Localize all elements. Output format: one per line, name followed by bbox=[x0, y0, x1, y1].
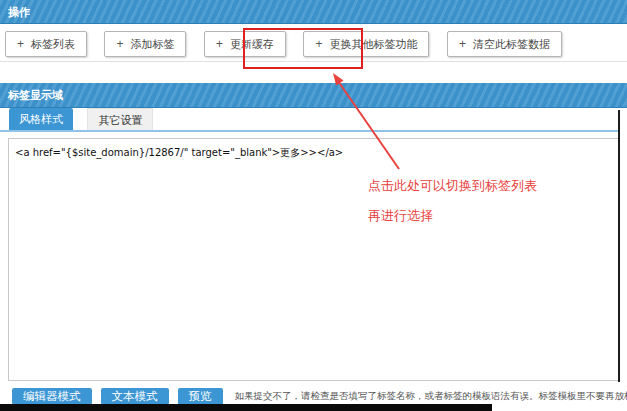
tag-list-button[interactable]: + 标签列表 bbox=[5, 31, 87, 57]
bottom-edge-artifact bbox=[0, 404, 492, 411]
operations-panel-header: 操作 bbox=[0, 0, 627, 24]
plus-icon: + bbox=[116, 38, 123, 50]
annotation-text-line1: 点击此处可以切换到标签列表 bbox=[368, 177, 537, 195]
tab-bar: 风格样式 其它设置 bbox=[0, 108, 620, 132]
preview-button[interactable]: 预览 bbox=[178, 388, 223, 405]
annotation-text-line2: 再进行选择 bbox=[368, 207, 433, 225]
tag-list-button-label: 标签列表 bbox=[31, 37, 75, 52]
page: 操作 + 标签列表 + 添加标签 + 更新缓存 + 更换其他标签功能 + 清空此… bbox=[0, 0, 627, 411]
text-mode-button[interactable]: 文本模式 bbox=[101, 388, 169, 405]
clear-tag-data-button[interactable]: + 清空此标签数据 bbox=[447, 31, 562, 57]
operations-panel-title: 操作 bbox=[8, 6, 30, 18]
add-tag-button-label: 添加标签 bbox=[130, 37, 174, 52]
clear-tag-data-button-label: 清空此标签数据 bbox=[473, 37, 550, 52]
plus-icon: + bbox=[216, 38, 223, 50]
tab-other-settings[interactable]: 其它设置 bbox=[87, 108, 153, 130]
highlight-box bbox=[243, 28, 363, 69]
plus-icon: + bbox=[17, 38, 24, 50]
tab-style[interactable]: 风格样式 bbox=[9, 108, 73, 130]
tag-template-editor[interactable]: <a href="{$site_domain}/12867/" target="… bbox=[8, 138, 619, 381]
plus-icon: + bbox=[459, 38, 466, 50]
add-tag-button[interactable]: + 添加标签 bbox=[104, 31, 186, 57]
right-edge-line bbox=[618, 110, 620, 382]
tag-display-panel-title: 标签显示域 bbox=[8, 89, 63, 101]
tag-display-panel-header: 标签显示域 bbox=[0, 83, 627, 108]
editor-mode-button[interactable]: 编辑器模式 bbox=[12, 388, 92, 405]
footer-help-text: 如果提交不了，请检查是否填写了标签名称，或者标签的模板语法有误。标签模板里不要再… bbox=[235, 390, 627, 403]
